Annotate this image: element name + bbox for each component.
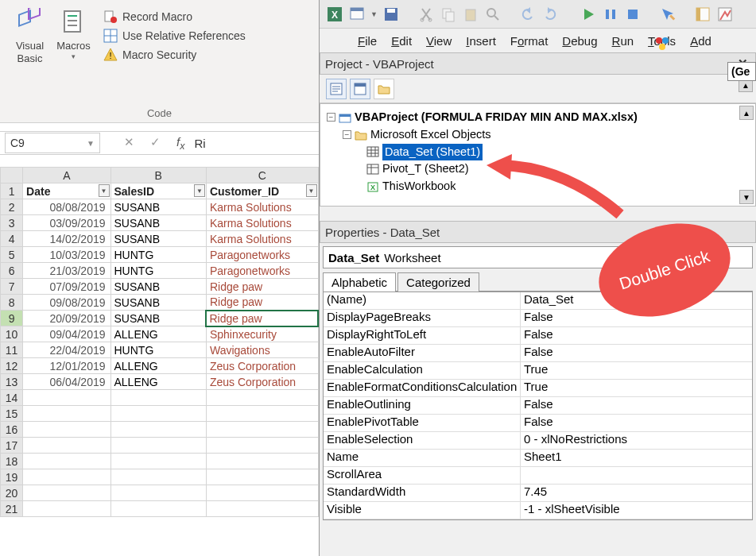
row-head[interactable]: 9 xyxy=(1,311,23,326)
col-head-a[interactable]: A xyxy=(23,168,110,183)
cell[interactable]: Sphinxecurity xyxy=(206,326,318,342)
cell[interactable]: 09/08/2019 xyxy=(23,295,110,311)
macros-button[interactable]: Macros ▾ xyxy=(52,6,95,62)
cell[interactable] xyxy=(206,438,318,454)
name-box[interactable]: C9 ▼ xyxy=(5,133,100,153)
cell[interactable] xyxy=(23,501,110,517)
cell[interactable]: Paragonetworks xyxy=(206,247,318,263)
property-value[interactable] xyxy=(521,467,752,484)
property-value[interactable]: False xyxy=(521,415,752,431)
cell[interactable] xyxy=(110,406,206,422)
tree-root[interactable]: VBAProject (FORMULA FRIDAY MIN AND MAX.x… xyxy=(355,109,638,126)
project-tree[interactable]: ▲ −VBAProject (FORMULA FRIDAY MIN AND MA… xyxy=(320,103,756,207)
row-head[interactable]: 8 xyxy=(1,295,23,311)
property-value[interactable]: 7.45 xyxy=(521,485,752,501)
tree-scroll-down-icon[interactable]: ▼ xyxy=(739,190,754,204)
cell[interactable]: ALLENG xyxy=(110,326,206,342)
cell[interactable]: SUSANB xyxy=(110,199,206,215)
cell[interactable]: ALLENG xyxy=(110,374,206,390)
view-object-icon[interactable] xyxy=(350,79,370,99)
cell[interactable] xyxy=(110,390,206,406)
menu-insert[interactable]: Insert xyxy=(466,34,496,48)
row-head[interactable]: 2 xyxy=(1,199,23,215)
cell[interactable] xyxy=(206,390,318,406)
cell[interactable]: SUSANB xyxy=(110,311,206,326)
formula-value[interactable]: Ri xyxy=(194,137,205,150)
find-icon[interactable] xyxy=(484,6,502,23)
menu-format[interactable]: Format xyxy=(510,34,549,48)
cell[interactable]: Wavigations xyxy=(206,342,318,358)
fx-icon[interactable]: fx xyxy=(176,135,184,152)
cell[interactable]: ALLENG xyxy=(110,358,206,374)
cell[interactable]: HUNTG xyxy=(110,342,206,358)
cell[interactable] xyxy=(23,422,110,438)
row-head[interactable]: 11 xyxy=(1,342,23,358)
col-head-b[interactable]: B xyxy=(110,168,206,183)
cancel-icon[interactable]: ✕ xyxy=(124,135,134,152)
cell[interactable]: 08/08/2019 xyxy=(23,199,110,215)
row-head[interactable]: 4 xyxy=(1,231,23,247)
undo-icon[interactable] xyxy=(519,6,537,23)
property-value[interactable]: True xyxy=(521,380,752,396)
row-head[interactable]: 5 xyxy=(1,247,23,263)
row-head[interactable]: 20 xyxy=(1,485,23,501)
property-value[interactable]: False xyxy=(521,345,752,361)
row-head[interactable]: 6 xyxy=(1,263,23,279)
cell[interactable]: Ridge paw xyxy=(206,279,318,295)
cell[interactable]: Ridge paw xyxy=(206,295,318,311)
cut-icon[interactable] xyxy=(417,6,435,23)
property-value[interactable]: -1 - xlSheetVisible xyxy=(521,502,752,519)
property-value[interactable]: Data_Set xyxy=(521,292,752,309)
property-row[interactable]: EnableOutliningFalse xyxy=(324,397,752,415)
cell[interactable]: 10/03/2019 xyxy=(23,247,110,263)
select-all-corner[interactable] xyxy=(1,168,23,183)
tab-categorized[interactable]: Categorized xyxy=(397,272,479,292)
property-value[interactable]: 0 - xlNoRestrictions xyxy=(521,432,752,449)
property-row[interactable]: EnablePivotTableFalse xyxy=(324,415,752,432)
cell[interactable] xyxy=(110,485,206,501)
cell[interactable]: SUSANB xyxy=(110,279,206,295)
cell[interactable] xyxy=(23,454,110,469)
property-row[interactable]: Visible-1 - xlSheetVisible xyxy=(324,502,752,519)
name-box-dropdown-icon[interactable]: ▼ xyxy=(87,139,95,148)
table-header-cell[interactable]: SalesID▼ xyxy=(110,183,206,199)
cell[interactable]: Karma Solutions xyxy=(206,215,318,231)
cell[interactable]: 03/09/2019 xyxy=(23,215,110,231)
cell[interactable]: 21/03/2019 xyxy=(23,263,110,279)
menu-addins[interactable]: Add xyxy=(690,34,711,48)
cell[interactable]: Karma Solutions xyxy=(206,231,318,247)
tree-item-dataset[interactable]: Data_Set (Sheet1) xyxy=(382,144,483,161)
cell[interactable] xyxy=(23,390,110,406)
filter-dropdown-icon[interactable]: ▼ xyxy=(306,184,317,197)
table-header-cell[interactable]: Date▼ xyxy=(23,183,110,199)
menu-view[interactable]: View xyxy=(426,34,452,48)
properties-grid[interactable]: (Name)Data_SetDisplayPageBreaksFalseDisp… xyxy=(323,292,753,520)
cell[interactable] xyxy=(206,406,318,422)
vbe-menubar[interactable]: File Edit View Insert Format Debug Run T… xyxy=(320,29,756,52)
cell[interactable]: 20/09/2019 xyxy=(23,311,110,326)
filter-dropdown-icon[interactable]: ▼ xyxy=(99,184,110,197)
record-macro-button[interactable]: Record Macro xyxy=(103,10,246,24)
toggle-folders-icon[interactable] xyxy=(374,79,394,99)
cell[interactable] xyxy=(23,469,110,485)
cell[interactable] xyxy=(206,501,318,517)
excel-icon[interactable]: X xyxy=(326,6,343,23)
cell[interactable]: Ridge paw xyxy=(206,311,318,326)
cell[interactable] xyxy=(110,501,206,517)
cell[interactable] xyxy=(110,454,206,469)
row-head[interactable]: 13 xyxy=(1,374,23,390)
property-row[interactable]: StandardWidth7.45 xyxy=(324,485,752,502)
menu-run[interactable]: Run xyxy=(612,34,634,48)
row-head[interactable]: 17 xyxy=(1,438,23,454)
properties-object-combo[interactable]: Data_Set Worksheet xyxy=(323,246,753,268)
row-head[interactable]: 16 xyxy=(1,422,23,438)
cell[interactable]: 07/09/2019 xyxy=(23,279,110,295)
menu-edit[interactable]: Edit xyxy=(391,34,412,48)
row-head[interactable]: 3 xyxy=(1,215,23,231)
enter-icon[interactable]: ✓ xyxy=(150,135,161,152)
property-row[interactable]: EnableCalculationTrue xyxy=(324,362,752,380)
cell[interactable]: SUSANB xyxy=(110,215,206,231)
row-head[interactable]: 10 xyxy=(1,326,23,342)
property-value[interactable]: False xyxy=(521,397,752,414)
row-head[interactable]: 19 xyxy=(1,469,23,485)
